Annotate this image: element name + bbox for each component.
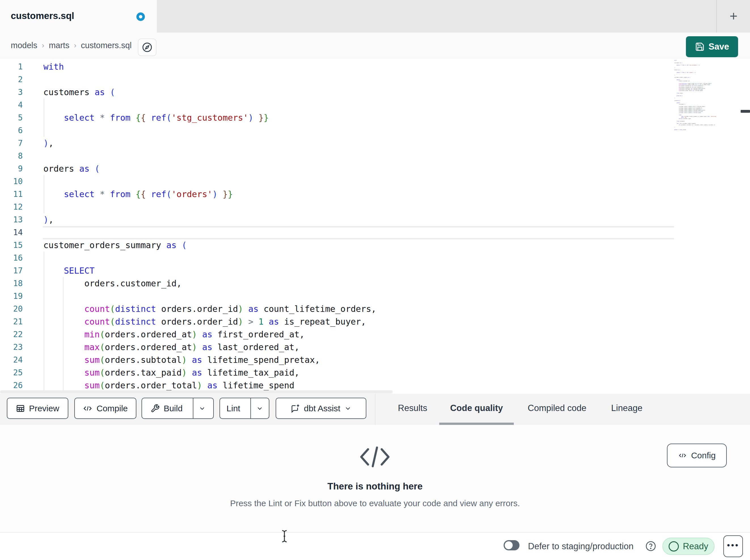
assist-sparkle-chat-icon: [290, 403, 300, 413]
ide-status-label: Ready: [683, 541, 708, 552]
file-tab-title: customers.sql: [11, 0, 74, 32]
lint-button[interactable]: Lint: [220, 398, 246, 418]
lint-split-button: Lint: [219, 398, 269, 419]
status-circle-icon: [669, 541, 679, 552]
code-line[interactable]: count(distinct orders.order_id) > 1 as i…: [43, 315, 366, 328]
tab-code-quality[interactable]: Code quality: [439, 394, 514, 422]
defer-toggle[interactable]: [504, 540, 519, 551]
tab-lineage[interactable]: Lineage: [611, 394, 643, 422]
line-number: 24: [0, 353, 23, 366]
more-options-button[interactable]: •••: [723, 535, 743, 557]
line-number: 7: [0, 137, 23, 149]
breadcrumb-item-marts[interactable]: marts: [49, 41, 70, 50]
status-bar: Defer to staging/production Ready •••: [0, 532, 750, 560]
active-line-highlight: [43, 226, 674, 240]
line-number: 6: [0, 124, 23, 137]
code-line[interactable]: orders.customer_id,: [43, 277, 182, 290]
lint-button-label: Lint: [226, 403, 240, 413]
code-line[interactable]: ),: [43, 137, 54, 149]
preview-button-label: Preview: [29, 403, 59, 413]
toggle-knob-icon: [505, 541, 513, 549]
save-button[interactable]: Save: [686, 36, 738, 57]
line-number: 17: [0, 264, 23, 277]
code-line[interactable]: customers as (: [43, 86, 115, 99]
breadcrumb-item-file: customers.sql: [81, 41, 132, 50]
lint-dropdown-button[interactable]: [250, 398, 269, 418]
line-number: 14: [0, 226, 23, 239]
path-bar: models › marts › customers.sql Save: [0, 33, 750, 58]
action-row: Preview Compile Build Lint: [0, 394, 750, 425]
build-dropdown-button[interactable]: [193, 398, 211, 418]
code-icon: [678, 452, 687, 459]
line-number: 25: [0, 366, 23, 379]
line-number: 22: [0, 328, 23, 341]
minimap-scroll-marker[interactable]: [741, 110, 750, 113]
preview-button[interactable]: Preview: [7, 398, 68, 419]
toolbar-tabs-divider: [375, 394, 375, 425]
line-number: 20: [0, 303, 23, 315]
code-line[interactable]: SELECT: [43, 264, 95, 277]
line-number: 8: [0, 149, 23, 162]
dbt-assist-button[interactable]: dbt Assist: [276, 398, 366, 419]
open-docs-button[interactable]: [138, 39, 157, 56]
code-icon: [83, 404, 93, 413]
plus-icon: [728, 11, 739, 22]
code-line[interactable]: customer_orders_summary as (: [43, 239, 187, 251]
line-number: 21: [0, 315, 23, 328]
code-line[interactable]: min(orders.ordered_at) as first_ordered_…: [43, 328, 304, 341]
code-line[interactable]: sum(orders.order_total) as lifetime_spen…: [43, 379, 294, 392]
code-line[interactable]: select * from {{ ref('orders') }}: [43, 188, 233, 201]
horizontal-scrollbar[interactable]: [0, 390, 393, 393]
line-number: 13: [0, 213, 23, 226]
code-line[interactable]: count(distinct orders.order_id) as count…: [43, 303, 376, 315]
code-line[interactable]: sum(orders.tax_paid) as lifetime_tax_pai…: [43, 366, 299, 379]
compass-icon: [141, 42, 153, 53]
line-number: 1: [0, 60, 23, 73]
floppy-disk-icon: [695, 42, 705, 51]
table-icon: [16, 404, 25, 413]
compile-button[interactable]: Compile: [74, 398, 136, 419]
line-number: 12: [0, 201, 23, 213]
config-button[interactable]: Config: [667, 443, 727, 468]
line-number: 5: [0, 111, 23, 124]
tab-compiled-code[interactable]: Compiled code: [526, 394, 588, 422]
line-number: 16: [0, 251, 23, 264]
chevron-down-icon: [344, 405, 352, 412]
breadcrumb: models › marts › customers.sql: [11, 33, 132, 58]
code-line[interactable]: orders as (: [43, 162, 100, 175]
tab-results[interactable]: Results: [397, 394, 428, 422]
code-empty-state-icon: [358, 444, 392, 470]
line-number: 26: [0, 379, 23, 392]
save-button-label: Save: [709, 42, 729, 52]
code-line[interactable]: max(orders.ordered_at) as last_ordered_a…: [43, 341, 299, 353]
new-tab-button[interactable]: [725, 7, 742, 25]
dbt-ide-window: customers.sql models › marts › customers…: [0, 0, 750, 560]
defer-label: Defer to staging/production: [528, 533, 633, 560]
wrench-icon: [151, 404, 160, 413]
build-button-label: Build: [164, 403, 183, 413]
line-number: 23: [0, 341, 23, 353]
code-line[interactable]: select * from {{ ref('stg_customers') }}: [43, 111, 269, 124]
unsaved-changes-dot-icon: [136, 13, 145, 21]
minimap[interactable]: with customers as ( select * from {{ ref…: [674, 60, 740, 133]
line-number: 9: [0, 162, 23, 175]
breadcrumb-separator: ›: [42, 41, 44, 50]
help-icon[interactable]: [645, 541, 656, 552]
line-number: 11: [0, 188, 23, 201]
chevron-down-icon: [198, 405, 206, 412]
code-line[interactable]: with: [43, 60, 64, 73]
code-quality-panel: [0, 425, 750, 532]
ellipsis-icon: •••: [727, 545, 739, 547]
build-button[interactable]: Build: [144, 398, 189, 418]
line-number: 15: [0, 239, 23, 251]
ide-status-badge[interactable]: Ready: [663, 538, 714, 555]
build-split-button: Build: [141, 398, 214, 419]
code-editor[interactable]: 1234567891011121314151617181920212223242…: [0, 58, 750, 394]
code-line[interactable]: ),: [43, 213, 54, 226]
breadcrumb-item-models[interactable]: models: [11, 41, 37, 50]
file-tab-customers-sql[interactable]: customers.sql: [0, 0, 157, 33]
dbt-assist-button-label: dbt Assist: [304, 403, 340, 413]
chevron-down-icon: [256, 405, 263, 412]
breadcrumb-separator: ›: [74, 41, 77, 50]
code-line[interactable]: sum(orders.subtotal) as lifetime_spend_p…: [43, 353, 320, 366]
